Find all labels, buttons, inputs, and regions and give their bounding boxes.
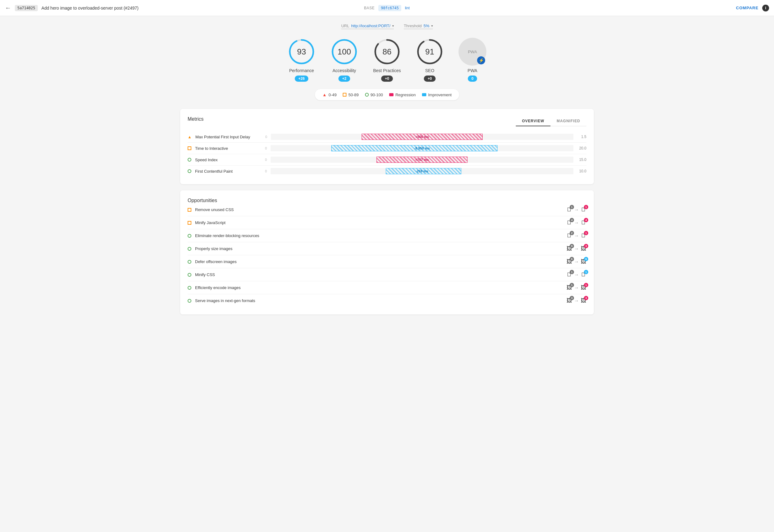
opportunities-card: Opportunities Remove unused CSS 🗋 1 → 🗋 …: [180, 190, 594, 314]
opp-minjs-icons: 🗋 4 → 🗋 4: [567, 219, 586, 226]
legend-50-89-label: 50-89: [348, 93, 358, 97]
legend-0-49: ▲ 0-49: [322, 92, 336, 97]
to-count-minjs: 4: [584, 218, 588, 222]
circle-green-fcp-icon: [188, 169, 191, 173]
opp-eei-name: Efficiently encode images: [195, 285, 563, 290]
opp-minify-css: Minify CSS 🗋 1 → 🗋 1: [188, 268, 586, 281]
opp-from-icon-eei: 🖼 1: [567, 284, 572, 291]
info-button[interactable]: i: [762, 5, 769, 11]
seo-badge: +0: [424, 76, 436, 82]
best-practices-badge: +0: [381, 76, 393, 82]
threshold-value: 5%: [424, 24, 430, 28]
performance-badge: +26: [295, 76, 308, 82]
metric-tti-bar: -9,950 ms: [270, 145, 573, 151]
opp-to-icon-minjs: 🗋 4: [581, 219, 586, 226]
opp-from-icon-erb: 🗋 2: [567, 232, 572, 239]
scores-row: 93 Performance +26 100 Accessibility +2: [180, 38, 594, 82]
opp-mcss-icons: 🗋 1 → 🗋 1: [567, 271, 586, 278]
opp-doi-name: Defer offscreen images: [195, 259, 563, 264]
legend-improvement: Improvement: [422, 93, 452, 97]
arrow-icon-minjs: →: [574, 220, 579, 226]
opp-to-icon-doi: 🖼 6: [581, 258, 586, 265]
score-pwa: PWA ⚡ PWA 0: [459, 38, 487, 82]
accessibility-label: Accessibility: [332, 68, 356, 73]
from-count-ngf: 3: [570, 296, 574, 300]
base-label: BASE: [364, 6, 374, 10]
metric-tti-bar-label: -9,950 ms: [414, 146, 430, 150]
arrow-icon-eei: →: [574, 285, 579, 291]
url-label: URL: [341, 24, 349, 28]
opp-erb-icons: 🗋 2 → 🗋 1: [567, 232, 586, 239]
seo-circle: 91: [416, 38, 444, 66]
opp-ngf-icons: 🖼 3 → 🖼 3: [567, 297, 586, 304]
circle-green-metric-icon: [188, 158, 191, 162]
to-count-erb: 1: [584, 231, 588, 235]
metrics-title: Metrics: [188, 116, 204, 122]
metric-tti-zero: 0: [261, 146, 267, 150]
accessibility-circle: 100: [330, 38, 358, 66]
from-count-rucss: 1: [570, 205, 574, 209]
compare-button[interactable]: COMPARE: [736, 6, 759, 10]
opp-rucss-icons: 🗋 1 → 🗋 1: [567, 206, 586, 213]
tab-overview[interactable]: OVERVIEW: [516, 116, 551, 126]
metric-tti-score: 20.0: [577, 146, 586, 150]
opp-rucss-name: Remove unused CSS: [195, 207, 563, 212]
pwa-badge: 0: [468, 76, 478, 82]
tab-magnified[interactable]: MAGNIFIED: [551, 116, 586, 126]
arrow-icon-mcss: →: [574, 272, 579, 278]
url-chevron-icon: ▾: [392, 24, 394, 28]
back-button[interactable]: ←: [5, 4, 11, 11]
opp-to-icon-mcss: 🗋 1: [581, 271, 586, 278]
opp-next-gen-formats: Serve images in next-gen formats 🖼 3 → 🖼…: [188, 294, 586, 307]
arrow-icon-erb: →: [574, 233, 579, 239]
metric-si-zero: 0: [261, 158, 267, 162]
metric-fcp-zero: 0: [261, 169, 267, 173]
opp-psi-name: Properly size images: [195, 246, 563, 251]
legend-regression: Regression: [389, 93, 416, 97]
best-practices-score: 86: [383, 47, 392, 57]
lint-commit-hash: 98fc6745: [378, 5, 401, 11]
metric-row-fid: ▲ Max Potential First Input Delay 0 +566…: [188, 131, 586, 143]
threshold-selector[interactable]: Threshold 5% ▾: [404, 24, 433, 29]
opp-ngf-name: Serve images in next-gen formats: [195, 298, 563, 303]
opp-erb-name: Eliminate render-blocking resources: [195, 233, 563, 238]
arrow-icon-psi: →: [574, 246, 579, 252]
performance-score: 93: [297, 47, 306, 57]
pwa-text: PWA: [468, 50, 477, 54]
opp-eei-icons: 🖼 1 → 🖼 1: [567, 284, 586, 291]
opp-remove-unused-css: Remove unused CSS 🗋 1 → 🗋 1: [188, 203, 586, 216]
opp-to-icon-psi: 🖼 3: [581, 245, 586, 252]
seo-score: 91: [426, 47, 435, 57]
metric-row-tti: Time to Interactive 0 -9,950 ms 20.0: [188, 143, 586, 154]
metric-tti-name: Time to Interactive: [195, 146, 257, 151]
triangle-icon: ▲: [322, 92, 326, 97]
score-performance: 93 Performance +26: [287, 38, 315, 82]
pwa-circle: PWA ⚡: [459, 38, 487, 66]
from-count-doi: 6: [570, 257, 574, 261]
circ-green-doi-icon: [188, 260, 191, 264]
accessibility-badge: +2: [338, 76, 350, 82]
opp-from-icon-psi: 🖼 9: [567, 245, 572, 252]
circ-green-psi-icon: [188, 247, 191, 251]
metric-fid-zero: 0: [261, 135, 267, 139]
metric-row-si: Speed Index 0 +767 ms 15.0: [188, 154, 586, 166]
opp-from-icon-ngf: 🖼 3: [567, 297, 572, 304]
base-commit-hash: 5a714025: [15, 5, 38, 11]
commit-title: Add hero image to overloaded-server post…: [41, 6, 360, 11]
url-selector[interactable]: URL http://localhost:PORT/ ▾: [341, 24, 394, 29]
score-seo: 91 SEO +0: [416, 38, 444, 82]
performance-circle: 93: [287, 38, 315, 66]
square-orange-icon: [343, 93, 346, 97]
metric-fcp-bar-label: -259 ms: [416, 169, 429, 173]
metrics-tabs: OVERVIEW MAGNIFIED: [516, 116, 586, 126]
opp-minjs-name: Minify JavaScript: [195, 220, 563, 225]
best-practices-label: Best Practices: [373, 68, 401, 73]
rect-blue-icon: [422, 93, 426, 96]
metric-fcp-score: 10.0: [577, 169, 586, 173]
seo-label: SEO: [425, 68, 435, 73]
from-count-minjs: 4: [570, 218, 574, 222]
arrow-icon-doi: →: [574, 259, 579, 265]
legend-improvement-label: Improvement: [428, 93, 452, 97]
opp-from-icon-minjs: 🗋 4: [567, 219, 572, 226]
pwa-label: PWA: [468, 68, 477, 73]
